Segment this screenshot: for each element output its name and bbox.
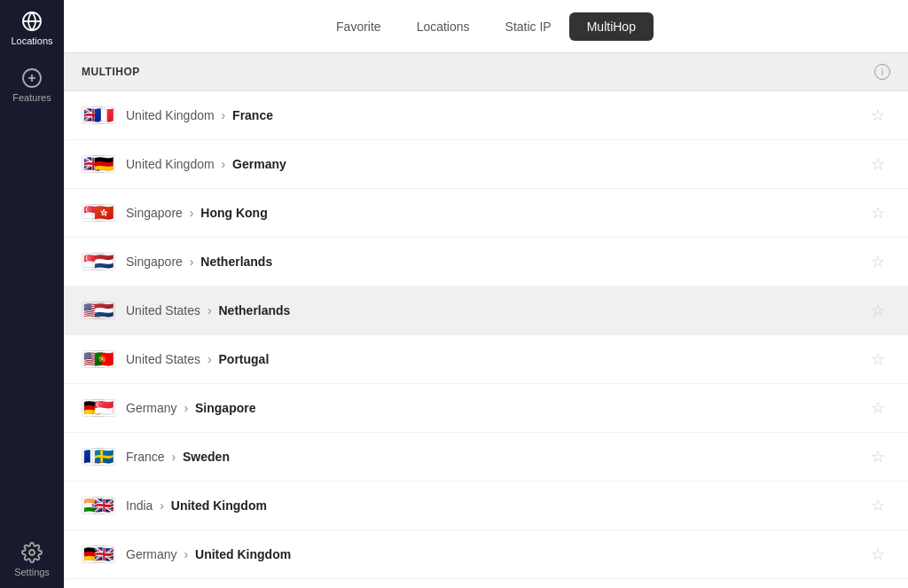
- flag-to: 🇸🇪: [92, 448, 115, 466]
- flag-to: 🇵🇹: [92, 350, 115, 368]
- list-item[interactable]: 🇬🇧 🇫🇷 United Kingdom › France ☆: [64, 91, 908, 140]
- flag-pair: 🇩🇪 🇸🇬: [82, 396, 114, 420]
- route-text: Germany › United Kingdom: [126, 547, 865, 561]
- favorite-star-button[interactable]: ☆: [865, 444, 890, 469]
- flag-pair: 🇬🇧 🇩🇪: [82, 152, 114, 176]
- favorite-star-button[interactable]: ☆: [865, 298, 890, 323]
- sidebar-features-label: Features: [12, 92, 51, 103]
- plus-circle-icon: [21, 67, 43, 89]
- sidebar: Locations Features Settings: [0, 0, 64, 588]
- route-text: United States › Netherlands: [126, 303, 865, 318]
- route-text: Singapore › Netherlands: [126, 255, 865, 269]
- route-text: United Kingdom › France: [126, 108, 865, 122]
- favorite-star-button[interactable]: ☆: [865, 542, 890, 567]
- tab-static-ip[interactable]: Static IP: [488, 12, 569, 41]
- flag-pair: 🇸🇬 🇳🇱: [82, 249, 114, 274]
- flag-pair: 🇫🇷 🇸🇪: [82, 444, 114, 469]
- favorite-star-button[interactable]: ☆: [865, 347, 890, 372]
- flag-pair: 🇺🇸 🇵🇹: [82, 347, 114, 372]
- section-header: MULTIHOP i: [64, 53, 908, 91]
- sidebar-item-features[interactable]: Features: [0, 57, 64, 114]
- tab-multihop[interactable]: MultiHop: [569, 12, 654, 41]
- list-item[interactable]: 🇫🇷 🇸🇪 France › Sweden ☆: [64, 433, 908, 482]
- main-panel: Favorite Locations Static IP MultiHop MU…: [64, 0, 908, 588]
- favorite-star-button[interactable]: ☆: [865, 152, 890, 176]
- route-text: United Kingdom › Germany: [126, 157, 865, 171]
- flag-pair: 🇬🇧 🇫🇷: [82, 103, 114, 128]
- flag-to: 🇳🇱: [92, 253, 115, 270]
- gear-icon: [21, 542, 43, 563]
- flag-to: 🇭🇰: [92, 204, 115, 222]
- globe-icon: [21, 11, 43, 32]
- flag-pair: 🇸🇬 🇭🇰: [82, 200, 114, 225]
- content-area: MULTIHOP i 🇬🇧 🇫🇷 United Kingdom › France…: [64, 53, 908, 588]
- tab-locations[interactable]: Locations: [399, 12, 488, 41]
- favorite-star-button[interactable]: ☆: [865, 103, 890, 128]
- tab-favorite[interactable]: Favorite: [318, 12, 399, 41]
- flag-to: 🇬🇧: [92, 545, 115, 563]
- list-item[interactable]: 🇸🇬 🇭🇰 Singapore › Hong Kong ☆: [64, 189, 908, 238]
- flag-pair: 🇮🇳 🇬🇧: [82, 493, 114, 518]
- flag-to: 🇳🇱: [92, 302, 115, 319]
- favorite-star-button[interactable]: ☆: [865, 493, 890, 518]
- list-item[interactable]: 🇺🇸 🇵🇹 United States › Portugal ☆: [64, 335, 908, 384]
- route-text: United States › Portugal: [126, 352, 865, 366]
- section-title: MULTIHOP: [82, 66, 140, 78]
- flag-to: 🇩🇪: [92, 155, 115, 173]
- flag-to: 🇸🇬: [92, 399, 115, 417]
- list-item[interactable]: 🇦🇺 🇺🇸 Australia › United States ☆: [64, 579, 908, 588]
- flag-to: 🇬🇧: [92, 497, 115, 514]
- list-item[interactable]: 🇸🇬 🇳🇱 Singapore › Netherlands ☆: [64, 238, 908, 286]
- sidebar-settings-label: Settings: [14, 567, 50, 577]
- list-item[interactable]: 🇩🇪 🇬🇧 Germany › United Kingdom ☆: [64, 530, 908, 579]
- multihop-list: 🇬🇧 🇫🇷 United Kingdom › France ☆ 🇬🇧 🇩🇪 Un…: [64, 91, 908, 588]
- info-icon[interactable]: i: [874, 64, 890, 80]
- list-item[interactable]: 🇺🇸 🇳🇱 United States › Netherlands ☆: [64, 286, 908, 335]
- sidebar-locations-label: Locations: [11, 35, 52, 46]
- route-text: Germany › Singapore: [126, 401, 865, 415]
- flag-to: 🇫🇷: [92, 106, 115, 124]
- route-text: France › Sweden: [126, 450, 865, 464]
- favorite-star-button[interactable]: ☆: [865, 249, 890, 274]
- list-item[interactable]: 🇩🇪 🇸🇬 Germany › Singapore ☆: [64, 384, 908, 433]
- sidebar-item-settings[interactable]: Settings: [0, 531, 64, 588]
- favorite-star-button[interactable]: ☆: [865, 200, 890, 225]
- route-text: Singapore › Hong Kong: [126, 206, 865, 220]
- favorite-star-button[interactable]: ☆: [865, 396, 890, 420]
- list-item[interactable]: 🇬🇧 🇩🇪 United Kingdom › Germany ☆: [64, 140, 908, 189]
- sidebar-item-locations[interactable]: Locations: [0, 0, 64, 57]
- svg-point-5: [29, 550, 35, 555]
- flag-pair: 🇩🇪 🇬🇧: [82, 542, 114, 567]
- list-item[interactable]: 🇮🇳 🇬🇧 India › United Kingdom ☆: [64, 482, 908, 530]
- flag-pair: 🇺🇸 🇳🇱: [82, 298, 114, 323]
- top-navigation: Favorite Locations Static IP MultiHop: [64, 0, 908, 53]
- route-text: India › United Kingdom: [126, 498, 865, 513]
